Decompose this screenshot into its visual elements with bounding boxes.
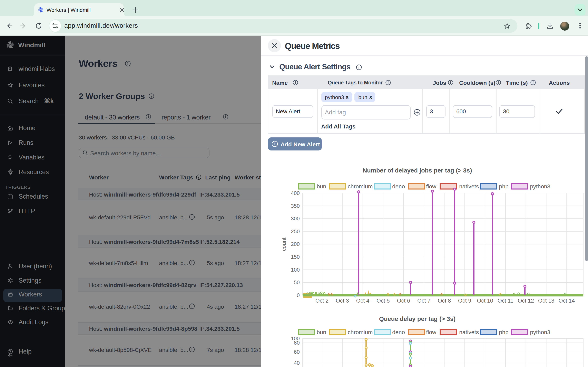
svg-text:Oct 12: Oct 12 bbox=[518, 298, 534, 304]
svg-text:Oct 3: Oct 3 bbox=[336, 298, 349, 304]
svg-text:200: 200 bbox=[291, 241, 300, 247]
svg-text:php: php bbox=[499, 329, 509, 335]
svg-text:Oct 5: Oct 5 bbox=[376, 298, 390, 304]
svg-text:chromium: chromium bbox=[348, 329, 373, 335]
svg-text:nativets: nativets bbox=[459, 329, 479, 335]
svg-text:Oct 8: Oct 8 bbox=[438, 298, 451, 304]
svg-text:php: php bbox=[499, 183, 509, 190]
svg-text:nativets: nativets bbox=[459, 183, 479, 190]
svg-text:bun: bun bbox=[317, 329, 326, 335]
svg-text:250: 250 bbox=[291, 228, 300, 234]
svg-text:100: 100 bbox=[291, 267, 300, 273]
svg-text:Oct 13: Oct 13 bbox=[538, 298, 554, 304]
svg-text:deno: deno bbox=[392, 183, 405, 190]
svg-text:Oct 7: Oct 7 bbox=[417, 298, 431, 304]
svg-text:150: 150 bbox=[291, 254, 300, 260]
svg-text:Queue delay per tag (> 3s): Queue delay per tag (> 3s) bbox=[379, 315, 456, 322]
svg-text:60: 60 bbox=[294, 349, 300, 355]
svg-text:deno: deno bbox=[392, 329, 405, 335]
svg-text:350: 350 bbox=[291, 203, 300, 209]
svg-text:count: count bbox=[281, 237, 287, 251]
svg-text:50: 50 bbox=[294, 279, 300, 285]
svg-text:flow: flow bbox=[426, 183, 437, 190]
svg-text:chromium: chromium bbox=[348, 183, 373, 190]
svg-text:Oct 2: Oct 2 bbox=[315, 298, 329, 304]
svg-text:Oct 4: Oct 4 bbox=[356, 298, 370, 304]
svg-text:python3: python3 bbox=[530, 183, 550, 190]
svg-text:flow: flow bbox=[426, 329, 437, 335]
svg-text:Oct 14: Oct 14 bbox=[559, 298, 575, 304]
svg-text:0: 0 bbox=[297, 292, 300, 298]
svg-text:300: 300 bbox=[291, 216, 300, 222]
svg-text:python3: python3 bbox=[530, 329, 550, 335]
svg-text:Oct 11: Oct 11 bbox=[498, 298, 513, 304]
svg-text:Oct 9: Oct 9 bbox=[458, 298, 471, 304]
svg-text:80: 80 bbox=[294, 340, 300, 346]
svg-text:Oct 10: Oct 10 bbox=[477, 298, 493, 304]
svg-text:40: 40 bbox=[294, 360, 300, 366]
svg-text:bun: bun bbox=[317, 183, 326, 190]
svg-text:Number of delayed jobs per tag: Number of delayed jobs per tag (> 3s) bbox=[363, 167, 472, 174]
svg-text:400: 400 bbox=[291, 190, 300, 196]
svg-text:Oct 6: Oct 6 bbox=[397, 298, 410, 304]
